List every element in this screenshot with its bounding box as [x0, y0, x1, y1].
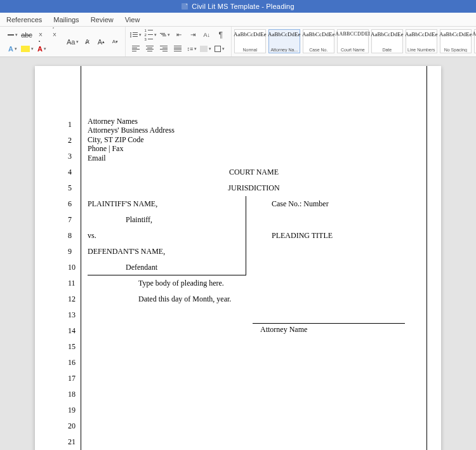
- line-number: 1: [68, 117, 76, 133]
- line-number: 13: [68, 307, 76, 323]
- line-number: 7: [68, 212, 76, 228]
- plaintiff-role[interactable]: Plaintiff,: [88, 212, 246, 228]
- line-number: 10: [68, 260, 76, 275]
- numbering-button[interactable]: 123▾: [143, 29, 157, 41]
- line-number: 9: [68, 244, 76, 260]
- justify-button[interactable]: [171, 43, 184, 55]
- align-center-button[interactable]: [143, 43, 156, 55]
- title-bar: Civil Lit MS Template - Pleading: [0, 0, 476, 13]
- subscript-button[interactable]: X₂: [34, 29, 47, 41]
- style-label: Case No.: [304, 48, 333, 52]
- right-margin: [427, 66, 441, 450]
- style-item-court-name[interactable]: AABBCCDDEICourt Name: [337, 29, 369, 53]
- highlight-button[interactable]: ▾: [20, 43, 34, 55]
- tab-mailings[interactable]: Mailings: [53, 16, 79, 23]
- line-number: 3: [68, 149, 76, 164]
- court-name[interactable]: COURT NAME: [88, 164, 420, 180]
- defendant-role[interactable]: Defendant: [88, 260, 246, 275]
- pleading-title[interactable]: PLEADING TITLE: [246, 228, 420, 244]
- paragraph-group: ▾ 123▾ ▾ ⇤ ⇥ A↓ ¶ ↕≡▾ ▾ ▾: [126, 27, 231, 56]
- defendant-name[interactable]: DEFENDANT'S NAME,: [88, 244, 246, 260]
- style-item-attorney-na-[interactable]: AaBbCcDdEeAttorney Na...: [268, 29, 300, 53]
- pleading-paper: 12345678910111213141516171819202122 Atto…: [35, 66, 441, 450]
- ribbon: ▾ abc X₂ X² A▾ ▾ A▾ Aa▾ A̷ A▴ A▾: [0, 27, 476, 57]
- attorney-citystzip[interactable]: City, ST ZIP Code: [88, 135, 420, 144]
- tab-review[interactable]: Review: [91, 16, 114, 23]
- style-label: Normal: [235, 48, 265, 52]
- page[interactable]: 12345678910111213141516171819202122 Atto…: [35, 66, 441, 450]
- style-label: Attorney Na...: [270, 48, 299, 52]
- plaintiff-name[interactable]: PLAINTIFF'S NAME,: [88, 196, 246, 212]
- attorney-phonefax[interactable]: Phone | Fax: [88, 144, 420, 153]
- strikethrough-button[interactable]: abc: [20, 29, 33, 41]
- style-preview: AaBbCcDdEe: [268, 31, 301, 37]
- line-number-column: 12345678910111213141516171819202122: [35, 66, 81, 450]
- decrease-indent-button[interactable]: ⇤: [173, 29, 185, 41]
- font-group: ▾ abc X₂ X² A▾ ▾ A▾ Aa▾ A̷ A▴ A▾: [3, 27, 126, 56]
- window-title: Civil Lit MS Template - Pleading: [192, 3, 294, 10]
- font-color-button[interactable]: A▾: [36, 43, 48, 55]
- style-item-normal[interactable]: AaBbCcDdEeNormal: [234, 29, 266, 53]
- style-preview: AaBbCcDdEe: [302, 31, 335, 37]
- text-effects-button[interactable]: A▾: [6, 43, 19, 55]
- align-right-button[interactable]: [157, 43, 170, 55]
- line-number: 20: [68, 418, 76, 434]
- style-item-date[interactable]: AaBbCcDdEeDate: [371, 29, 403, 53]
- superscript-button[interactable]: X²: [48, 29, 61, 41]
- line-number: 17: [68, 371, 76, 387]
- style-preview: AABBCCDDEI: [335, 31, 370, 37]
- style-item-line-numbers[interactable]: AaBbCcDdEeLine Numbers: [406, 29, 437, 53]
- signature-label: Attorney Name: [260, 325, 307, 334]
- line-spacing-button[interactable]: ↕≡▾: [185, 43, 198, 55]
- vs-label[interactable]: vs.: [88, 228, 246, 244]
- shading-button[interactable]: ▾: [199, 43, 212, 55]
- style-item-no-spacing[interactable]: AaBbCcDdEeNo Spacing: [440, 29, 472, 53]
- attorney-names[interactable]: Attorney Names: [88, 117, 420, 126]
- style-label: Line Numbers: [407, 48, 436, 52]
- dated-line[interactable]: Dated this day of Month, year.: [88, 291, 420, 307]
- ribbon-tabs: References Mailings Review View: [0, 13, 476, 27]
- jurisdiction[interactable]: JURISDICTION: [88, 180, 420, 196]
- borders-button[interactable]: ▾: [213, 43, 226, 55]
- font-size-up-button[interactable]: A▴: [95, 36, 107, 48]
- line-number: 19: [68, 402, 76, 418]
- align-left-button[interactable]: [129, 43, 142, 55]
- case-number[interactable]: Case No.: Number: [246, 196, 420, 212]
- tab-view[interactable]: View: [125, 16, 140, 23]
- sort-button[interactable]: A↓: [201, 29, 213, 41]
- line-number: 8: [68, 228, 76, 244]
- multilevel-list-button[interactable]: ▾: [159, 29, 171, 41]
- document-canvas[interactable]: 12345678910111213141516171819202122 Atto…: [0, 57, 476, 450]
- style-preview: AaBbCcDdEe: [371, 31, 404, 37]
- show-marks-button[interactable]: ¶: [215, 29, 227, 41]
- document-icon: [182, 3, 188, 10]
- bullets-button[interactable]: ▾: [129, 29, 142, 41]
- attorney-address[interactable]: Attorneys' Business Address: [88, 126, 420, 135]
- style-preview: AaBbCcDdEe: [439, 31, 472, 37]
- line-number: 4: [68, 164, 76, 180]
- line-number: 18: [68, 387, 76, 402]
- attorney-email[interactable]: Email: [88, 154, 420, 162]
- clear-formatting-button[interactable]: A̷: [81, 36, 93, 48]
- underline-button[interactable]: ▾: [6, 29, 19, 41]
- line-number: 6: [68, 196, 76, 212]
- line-number: 12: [68, 291, 76, 307]
- content-column[interactable]: Attorney Names Attorneys' Business Addre…: [81, 66, 427, 450]
- style-label: No Spacing: [441, 48, 470, 52]
- style-label: Date: [373, 48, 402, 52]
- line-number: 21: [68, 434, 76, 450]
- font-size-down-button[interactable]: A▾: [109, 36, 121, 48]
- line-number: 5: [68, 180, 76, 196]
- style-label: Court Name: [338, 48, 367, 52]
- line-number: 11: [68, 275, 76, 291]
- signature-line[interactable]: Attorney Name: [253, 323, 405, 336]
- line-number: 15: [68, 339, 76, 355]
- increase-indent-button[interactable]: ⇥: [187, 29, 199, 41]
- style-preview: AABBCCDDEI: [472, 31, 476, 37]
- line-number: 2: [68, 133, 76, 149]
- tab-references[interactable]: References: [6, 16, 42, 23]
- line-number: 14: [68, 323, 76, 339]
- body-text[interactable]: Type body of pleading here.: [88, 275, 420, 291]
- change-case-button[interactable]: Aa▾: [66, 36, 79, 48]
- style-item-case-no-[interactable]: AaBbCcDdEeCase No.: [303, 29, 334, 53]
